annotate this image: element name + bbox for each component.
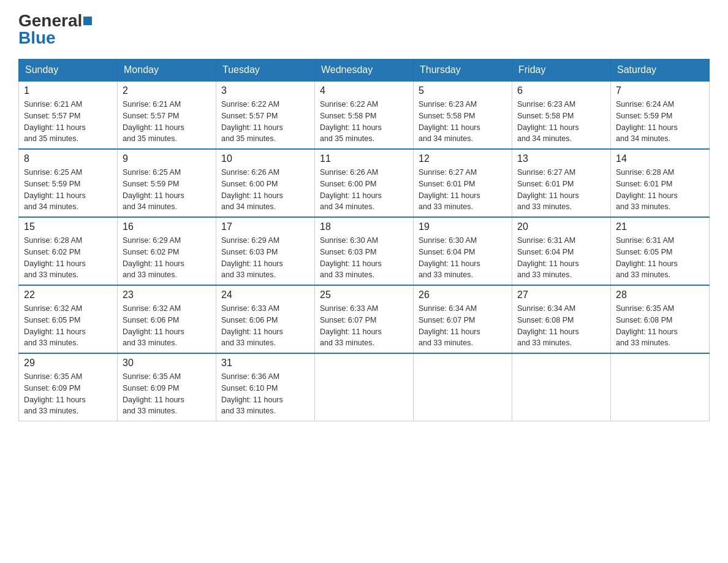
day-number: 2	[123, 85, 211, 96]
day-info: Sunrise: 6:25 AMSunset: 5:59 PMDaylight:…	[24, 167, 112, 213]
column-header-monday: Monday	[118, 59, 216, 82]
day-number: 6	[517, 85, 605, 96]
column-header-saturday: Saturday	[611, 59, 710, 82]
day-info: Sunrise: 6:21 AMSunset: 5:57 PMDaylight:…	[24, 99, 112, 145]
calendar-cell: 25 Sunrise: 6:33 AMSunset: 6:07 PMDaylig…	[315, 285, 414, 353]
day-info: Sunrise: 6:30 AMSunset: 6:04 PMDaylight:…	[419, 235, 507, 281]
day-info: Sunrise: 6:29 AMSunset: 6:02 PMDaylight:…	[123, 235, 211, 281]
logo-blue-text: Blue	[18, 28, 56, 48]
day-info: Sunrise: 6:34 AMSunset: 6:08 PMDaylight:…	[517, 303, 605, 349]
calendar-cell: 28 Sunrise: 6:35 AMSunset: 6:08 PMDaylig…	[611, 285, 710, 353]
calendar-header-row: SundayMondayTuesdayWednesdayThursdayFrid…	[19, 59, 710, 82]
week-row-2: 8 Sunrise: 6:25 AMSunset: 5:59 PMDayligh…	[19, 149, 710, 217]
day-number: 7	[616, 85, 704, 96]
day-number: 17	[221, 221, 309, 232]
day-number: 29	[24, 358, 112, 369]
day-number: 24	[221, 289, 309, 301]
week-row-4: 22 Sunrise: 6:32 AMSunset: 6:05 PMDaylig…	[19, 285, 710, 353]
calendar-cell	[315, 353, 414, 421]
calendar-cell: 14 Sunrise: 6:28 AMSunset: 6:01 PMDaylig…	[611, 149, 710, 217]
calendar-cell: 13 Sunrise: 6:27 AMSunset: 6:01 PMDaylig…	[512, 149, 611, 217]
calendar-cell: 8 Sunrise: 6:25 AMSunset: 5:59 PMDayligh…	[19, 149, 118, 217]
day-info: Sunrise: 6:36 AMSunset: 6:10 PMDaylight:…	[221, 371, 309, 417]
calendar-cell: 15 Sunrise: 6:28 AMSunset: 6:02 PMDaylig…	[19, 217, 118, 285]
day-info: Sunrise: 6:33 AMSunset: 6:06 PMDaylight:…	[221, 303, 309, 349]
logo-general-text: General	[18, 12, 82, 29]
day-info: Sunrise: 6:30 AMSunset: 6:03 PMDaylight:…	[320, 235, 408, 281]
day-info: Sunrise: 6:26 AMSunset: 6:00 PMDaylight:…	[320, 167, 408, 213]
calendar-cell: 17 Sunrise: 6:29 AMSunset: 6:03 PMDaylig…	[216, 217, 315, 285]
calendar-cell: 31 Sunrise: 6:36 AMSunset: 6:10 PMDaylig…	[216, 353, 315, 421]
day-number: 1	[24, 85, 112, 96]
day-info: Sunrise: 6:35 AMSunset: 6:08 PMDaylight:…	[616, 303, 704, 349]
day-info: Sunrise: 6:34 AMSunset: 6:07 PMDaylight:…	[419, 303, 507, 349]
day-info: Sunrise: 6:35 AMSunset: 6:09 PMDaylight:…	[24, 371, 112, 417]
calendar-cell	[512, 353, 611, 421]
day-number: 21	[616, 221, 704, 232]
day-number: 18	[320, 221, 408, 232]
day-number: 23	[123, 289, 211, 301]
day-info: Sunrise: 6:29 AMSunset: 6:03 PMDaylight:…	[221, 235, 309, 281]
day-info: Sunrise: 6:28 AMSunset: 6:02 PMDaylight:…	[24, 235, 112, 281]
day-info: Sunrise: 6:31 AMSunset: 6:04 PMDaylight:…	[517, 235, 605, 281]
calendar-cell: 19 Sunrise: 6:30 AMSunset: 6:04 PMDaylig…	[414, 217, 512, 285]
day-number: 27	[517, 289, 605, 301]
day-info: Sunrise: 6:25 AMSunset: 5:59 PMDaylight:…	[123, 167, 211, 213]
week-row-5: 29 Sunrise: 6:35 AMSunset: 6:09 PMDaylig…	[19, 353, 710, 421]
day-number: 22	[24, 289, 112, 301]
calendar-cell: 29 Sunrise: 6:35 AMSunset: 6:09 PMDaylig…	[19, 353, 118, 421]
day-info: Sunrise: 6:27 AMSunset: 6:01 PMDaylight:…	[419, 167, 507, 213]
day-info: Sunrise: 6:22 AMSunset: 5:57 PMDaylight:…	[221, 99, 309, 145]
column-header-wednesday: Wednesday	[315, 59, 414, 82]
calendar-cell: 4 Sunrise: 6:22 AMSunset: 5:58 PMDayligh…	[315, 81, 414, 149]
day-info: Sunrise: 6:28 AMSunset: 6:01 PMDaylight:…	[616, 167, 704, 213]
day-info: Sunrise: 6:21 AMSunset: 5:57 PMDaylight:…	[123, 99, 211, 145]
day-number: 15	[24, 221, 112, 232]
day-info: Sunrise: 6:31 AMSunset: 6:05 PMDaylight:…	[616, 235, 704, 281]
calendar-cell: 10 Sunrise: 6:26 AMSunset: 6:00 PMDaylig…	[216, 149, 315, 217]
day-number: 16	[123, 221, 211, 232]
calendar-cell: 1 Sunrise: 6:21 AMSunset: 5:57 PMDayligh…	[19, 81, 118, 149]
calendar-cell: 11 Sunrise: 6:26 AMSunset: 6:00 PMDaylig…	[315, 149, 414, 217]
day-number: 13	[517, 153, 605, 164]
calendar-cell	[611, 353, 710, 421]
calendar-cell: 24 Sunrise: 6:33 AMSunset: 6:06 PMDaylig…	[216, 285, 315, 353]
calendar-table: SundayMondayTuesdayWednesdayThursdayFrid…	[18, 59, 710, 421]
logo: General Blue	[18, 12, 92, 48]
week-row-1: 1 Sunrise: 6:21 AMSunset: 5:57 PMDayligh…	[19, 81, 710, 149]
column-header-friday: Friday	[512, 59, 611, 82]
calendar-cell: 7 Sunrise: 6:24 AMSunset: 5:59 PMDayligh…	[611, 81, 710, 149]
calendar-cell: 26 Sunrise: 6:34 AMSunset: 6:07 PMDaylig…	[414, 285, 512, 353]
day-number: 12	[419, 153, 507, 164]
calendar-cell: 22 Sunrise: 6:32 AMSunset: 6:05 PMDaylig…	[19, 285, 118, 353]
calendar-cell: 16 Sunrise: 6:29 AMSunset: 6:02 PMDaylig…	[118, 217, 216, 285]
calendar-cell: 21 Sunrise: 6:31 AMSunset: 6:05 PMDaylig…	[611, 217, 710, 285]
day-number: 10	[221, 153, 309, 164]
calendar-cell: 2 Sunrise: 6:21 AMSunset: 5:57 PMDayligh…	[118, 81, 216, 149]
calendar-cell	[414, 353, 512, 421]
day-info: Sunrise: 6:27 AMSunset: 6:01 PMDaylight:…	[517, 167, 605, 213]
day-info: Sunrise: 6:24 AMSunset: 5:59 PMDaylight:…	[616, 99, 704, 145]
day-number: 30	[123, 358, 211, 369]
calendar-cell: 6 Sunrise: 6:23 AMSunset: 5:58 PMDayligh…	[512, 81, 611, 149]
column-header-tuesday: Tuesday	[216, 59, 315, 82]
day-number: 20	[517, 221, 605, 232]
calendar-cell: 12 Sunrise: 6:27 AMSunset: 6:01 PMDaylig…	[414, 149, 512, 217]
column-header-thursday: Thursday	[414, 59, 512, 82]
day-number: 8	[24, 153, 112, 164]
calendar-cell: 30 Sunrise: 6:35 AMSunset: 6:09 PMDaylig…	[118, 353, 216, 421]
calendar-cell: 3 Sunrise: 6:22 AMSunset: 5:57 PMDayligh…	[216, 81, 315, 149]
day-number: 3	[221, 85, 309, 96]
day-number: 26	[419, 289, 507, 301]
calendar-cell: 5 Sunrise: 6:23 AMSunset: 5:58 PMDayligh…	[414, 81, 512, 149]
column-header-sunday: Sunday	[19, 59, 118, 82]
day-info: Sunrise: 6:23 AMSunset: 5:58 PMDaylight:…	[419, 99, 507, 145]
page-header: General Blue	[18, 12, 710, 48]
calendar-cell: 9 Sunrise: 6:25 AMSunset: 5:59 PMDayligh…	[118, 149, 216, 217]
week-row-3: 15 Sunrise: 6:28 AMSunset: 6:02 PMDaylig…	[19, 217, 710, 285]
day-number: 25	[320, 289, 408, 301]
day-number: 5	[419, 85, 507, 96]
day-number: 14	[616, 153, 704, 164]
day-number: 31	[221, 358, 309, 369]
day-number: 4	[320, 85, 408, 96]
